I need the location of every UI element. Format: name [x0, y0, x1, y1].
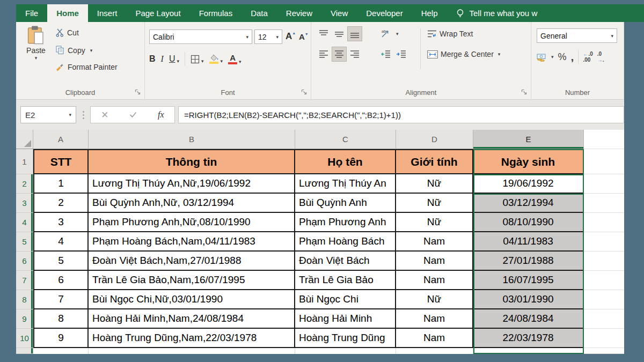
formula-bar-resize-handle[interactable] — [76, 111, 90, 119]
col-header-A[interactable]: A — [33, 130, 89, 149]
cell-B9[interactable]: Hoàng Hải Minh,Nam,24/08/1984 — [89, 309, 295, 329]
cell-F10[interactable] — [584, 329, 624, 348]
tell-me-box[interactable]: Tell me what you w — [447, 4, 644, 22]
row-header-8[interactable]: 8 — [16, 290, 33, 309]
cell-C1[interactable]: Họ tên — [295, 149, 396, 174]
row-header-5[interactable]: 5 — [16, 232, 33, 252]
align-right-button[interactable] — [348, 47, 362, 61]
font-size-select[interactable]: 12 ▾ — [254, 29, 282, 44]
merge-center-dropdown-arrow[interactable]: ▾ — [498, 51, 501, 57]
enter-entry-button[interactable] — [129, 112, 137, 118]
cell-D5[interactable]: Nam — [396, 232, 473, 252]
row-header-3[interactable]: 3 — [16, 194, 33, 213]
cut-button[interactable]: Cut — [56, 28, 79, 37]
cancel-entry-button[interactable]: ✕ — [101, 109, 108, 121]
col-header-B[interactable]: B — [89, 130, 295, 149]
tab-view[interactable]: View — [321, 4, 357, 22]
row-header-1[interactable]: 1 — [16, 149, 33, 174]
bold-button[interactable]: B — [149, 54, 156, 64]
row-header-6[interactable]: 6 — [16, 252, 33, 271]
select-all-corner[interactable] — [16, 130, 33, 149]
number-format-select[interactable]: General ▾ — [537, 28, 617, 43]
orientation-button[interactable]: ab — [379, 27, 393, 41]
cell-D4[interactable]: Nữ — [396, 213, 473, 232]
cell-F9[interactable] — [584, 309, 624, 329]
font-color-button[interactable]: A ▾ — [228, 54, 241, 64]
orientation-dropdown-arrow[interactable]: ▾ — [396, 31, 399, 36]
cell-E1[interactable]: Ngày sinh — [473, 149, 584, 174]
borders-button[interactable]: ▾ — [191, 55, 204, 64]
cell-F7[interactable] — [584, 271, 624, 290]
align-top-button[interactable] — [317, 27, 331, 41]
cell-C2[interactable]: Lương Thị Thúy An — [295, 174, 396, 194]
cell-E7[interactable]: 16/07/1995 — [473, 271, 584, 290]
clipboard-dialog-launcher-icon[interactable] — [135, 89, 141, 95]
decrease-decimal-button[interactable]: .0 →. — [597, 51, 604, 63]
name-box[interactable]: E2 ▾ — [20, 106, 76, 123]
increase-font-size-button[interactable]: A▲ — [286, 31, 296, 42]
comma-style-button[interactable]: , — [571, 50, 574, 63]
cell-F6[interactable] — [584, 252, 624, 271]
cell-E10[interactable]: 22/03/1978 — [473, 329, 584, 348]
cell-D7[interactable]: Nam — [396, 271, 473, 290]
cell-D1[interactable]: Giới tính — [396, 149, 473, 174]
row-header-11[interactable] — [16, 348, 33, 354]
cell-E6[interactable]: 27/01/1988 — [473, 252, 584, 271]
cell-B4[interactable]: Phạm Phương Anh,Nữ,08/10/1990 — [89, 213, 295, 232]
cell-D2[interactable]: Nữ — [396, 174, 473, 194]
cell-B10[interactable]: Hoàng Trung Dũng,Nam,22/03/1978 — [89, 329, 295, 348]
cell-B1[interactable]: Thông tin — [89, 149, 295, 174]
tab-help[interactable]: Help — [412, 4, 447, 22]
cell-D3[interactable]: Nữ — [396, 194, 473, 213]
copy-dropdown-arrow[interactable]: ▾ — [90, 48, 93, 53]
cell-D8[interactable]: Nữ — [396, 290, 473, 309]
merge-center-button[interactable]: Merge & Center ▾ — [427, 50, 500, 58]
cell-A2[interactable]: 1 — [33, 174, 89, 194]
cell-C9[interactable]: Hoàng Hải Minh — [295, 309, 396, 329]
accounting-format-button[interactable]: ▾ — [537, 53, 554, 62]
cell-A10[interactable]: 9 — [33, 329, 89, 348]
cell-C6[interactable]: Đoàn Việt Bách — [295, 252, 396, 271]
cell-A5[interactable]: 4 — [33, 232, 89, 252]
tab-formulas[interactable]: Formulas — [190, 4, 242, 22]
cell-E5[interactable]: 04/11/1983 — [473, 232, 584, 252]
fill-color-dropdown-arrow[interactable]: ▾ — [221, 58, 223, 64]
row-header-2[interactable]: 2 — [16, 174, 33, 194]
cell-F2[interactable] — [584, 174, 624, 194]
formula-input[interactable]: =RIGHT(B2;LEN(B2)-SEARCH(",";B2;SEARCH("… — [178, 106, 624, 123]
tab-file[interactable]: File — [16, 4, 47, 22]
cell-B5[interactable]: Phạm Hoàng Bách,Nam,04/11/1983 — [89, 232, 295, 252]
increase-decimal-button[interactable]: ←.0 .00 — [583, 51, 592, 63]
col-header-F[interactable] — [584, 130, 624, 149]
cell-C8[interactable]: Bùi Ngọc Chi — [295, 290, 396, 309]
cell-C5[interactable]: Phạm Hoàng Bách — [295, 232, 396, 252]
cell-F1[interactable] — [584, 149, 624, 174]
cell-D9[interactable]: Nam — [396, 309, 473, 329]
cell-C3[interactable]: Bùi Quỳnh Anh — [295, 194, 396, 213]
decrease-indent-button[interactable] — [379, 47, 393, 61]
increase-indent-button[interactable] — [394, 47, 408, 61]
cell-E3[interactable]: 03/12/1994 — [473, 194, 584, 213]
cell-B2[interactable]: Lương Thị Thúy An,Nữ,19/06/1992 — [89, 174, 295, 194]
cell-D10[interactable]: Nam — [396, 329, 473, 348]
paste-dropdown-arrow[interactable]: ▾ — [20, 55, 52, 61]
insert-function-button[interactable]: fx — [158, 110, 164, 120]
tab-data[interactable]: Data — [241, 4, 277, 22]
cell-A9[interactable]: 8 — [33, 309, 89, 329]
align-center-button[interactable] — [332, 47, 346, 61]
tab-developer[interactable]: Developer — [357, 4, 412, 22]
col-header-D[interactable]: D — [396, 130, 473, 149]
cell-A7[interactable]: 6 — [33, 271, 89, 290]
cell-C10[interactable]: Hoàng Trung Dũng — [295, 329, 396, 348]
row-header-10[interactable]: 10 — [16, 329, 33, 348]
cell-B11[interactable] — [89, 348, 295, 354]
font-name-select[interactable]: Calibri ▾ — [149, 29, 252, 44]
cell-D11[interactable] — [396, 348, 473, 354]
cell-B7[interactable]: Trần Lê Gia Bảo,Nam,16/07/1995 — [89, 271, 295, 290]
underline-button[interactable]: U — [169, 54, 175, 64]
tab-home[interactable]: Home — [47, 4, 88, 22]
paste-button[interactable]: Paste ▾ — [20, 25, 52, 79]
align-left-button[interactable] — [317, 47, 331, 61]
percent-style-button[interactable]: % — [558, 51, 567, 63]
cell-A6[interactable]: 5 — [33, 252, 89, 271]
